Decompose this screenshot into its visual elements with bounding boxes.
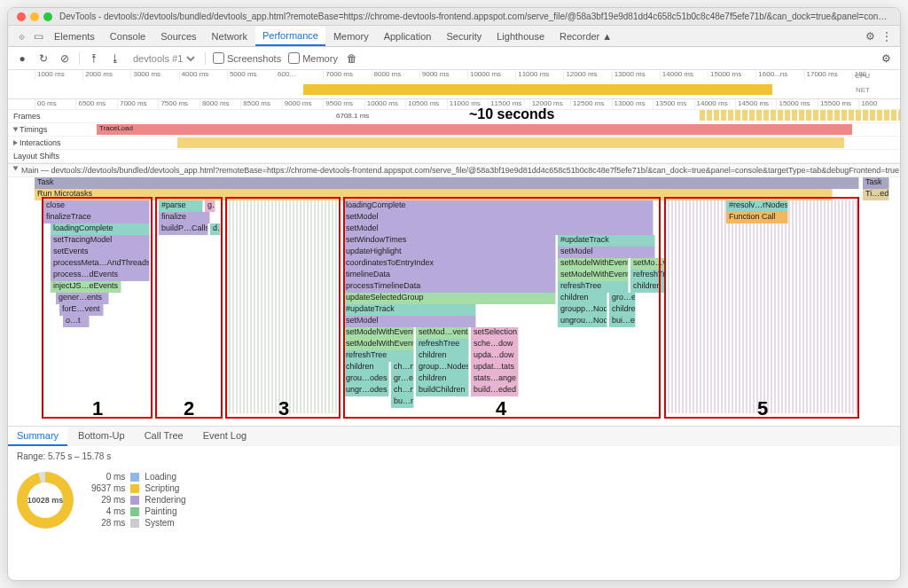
swatch-rendering (130, 496, 139, 505)
region-3 (225, 197, 340, 419)
tab-summary[interactable]: Summary (8, 427, 67, 446)
tab-event-log[interactable]: Event Log (194, 427, 256, 446)
tab-bottom-up[interactable]: Bottom-Up (69, 427, 134, 446)
region-num-3: 3 (278, 397, 289, 420)
tab-console[interactable]: Console (103, 27, 153, 45)
expand-icon[interactable] (13, 167, 19, 171)
cpu-label: CPU (855, 72, 870, 80)
tab-elements[interactable]: Elements (47, 27, 102, 45)
swatch-scripting (130, 484, 139, 493)
region-1 (42, 197, 153, 419)
region-2 (155, 197, 223, 419)
summary-donut: 10028 ms (17, 472, 74, 529)
tab-performance[interactable]: Performance (255, 27, 325, 46)
net-label: NET (856, 86, 870, 94)
region-num-1: 1 (92, 397, 103, 420)
window-title: DevTools - devtools://devtools/bundled/d… (59, 12, 891, 21)
memory-checkbox[interactable]: Memory (288, 52, 338, 64)
panel-tabs: ⟐ ▭ Elements Console Sources Network Per… (8, 26, 900, 47)
main-thread-header[interactable]: Main — devtools://devtools/bundled/devto… (8, 164, 900, 177)
maximize-window-icon[interactable] (43, 12, 52, 21)
region-5 (664, 197, 859, 419)
expand-icon[interactable] (13, 140, 18, 145)
region-num-4: 4 (496, 397, 506, 420)
task-bar[interactable]: Task (35, 177, 859, 189)
more-icon[interactable]: ⋮ (879, 30, 895, 43)
tab-recorder[interactable]: Recorder ▲ (552, 27, 619, 45)
trash-icon[interactable]: 🗑 (345, 52, 359, 65)
settings-icon[interactable]: ⚙ (862, 30, 878, 43)
perf-toolbar: ● ↻ ⊘ ⭱ ⭳ devtools #1 Screenshots Memory… (8, 47, 900, 70)
tab-lighthouse[interactable]: Lighthouse (489, 27, 552, 45)
region-num-5: 5 (757, 397, 768, 420)
region-num-2: 2 (184, 397, 194, 420)
task-bar-right[interactable]: Task (863, 177, 889, 189)
overview-ruler: 1000 ms2000 ms3000 ms4000 ms5000 ms600..… (8, 70, 900, 81)
tab-network[interactable]: Network (205, 27, 254, 45)
interaction-bar[interactable] (177, 137, 844, 148)
timeline-ruler: 00 ms6500 ms7000 ms7500 ms8000 ms8500 ms… (8, 99, 900, 110)
inspect-icon[interactable]: ⟐ (13, 30, 29, 43)
region-4 (343, 197, 661, 419)
clear-icon[interactable]: ⊘ (58, 52, 72, 65)
interactions-row[interactable]: Interactions (8, 137, 900, 150)
summary-panel: 10028 ms 0 msLoading 9637 msScripting 29… (8, 466, 900, 534)
instance-select[interactable]: devtools #1 (129, 52, 198, 65)
swatch-loading (130, 473, 139, 482)
screenshots-checkbox[interactable]: Screenshots (213, 52, 281, 64)
bottom-tabs: Summary Bottom-Up Call Tree Event Log (8, 426, 900, 446)
summary-range: Range: 5.75 s – 15.78 s (8, 446, 900, 466)
window-controls[interactable] (17, 12, 52, 21)
tab-security[interactable]: Security (439, 27, 489, 45)
tab-application[interactable]: Application (377, 27, 439, 45)
minimize-window-icon[interactable] (30, 12, 39, 21)
close-window-icon[interactable] (17, 12, 26, 21)
summary-legend: 0 msLoading 9637 msScripting 29 msRender… (91, 472, 186, 528)
expand-icon[interactable] (13, 128, 19, 132)
traceload-bar[interactable]: TraceLoad (97, 124, 852, 135)
upload-icon[interactable]: ⭱ (87, 52, 101, 65)
frames-row[interactable]: Frames (8, 110, 900, 123)
swatch-system (130, 519, 139, 528)
swatch-painting (130, 507, 139, 516)
devtools-window: DevTools - devtools://devtools/bundled/d… (7, 7, 901, 581)
record-icon[interactable]: ● (15, 52, 29, 65)
tab-sources[interactable]: Sources (153, 27, 203, 45)
device-icon[interactable]: ▭ (30, 30, 46, 43)
download-icon[interactable]: ⭳ (108, 52, 122, 65)
reload-icon[interactable]: ↻ (36, 52, 51, 65)
tab-call-tree[interactable]: Call Tree (136, 427, 192, 446)
layoutshifts-row[interactable]: Layout Shifts (8, 150, 900, 163)
tab-memory[interactable]: Memory (326, 27, 376, 45)
overview-strip[interactable]: 1000 ms2000 ms3000 ms4000 ms5000 ms600..… (8, 70, 900, 99)
flamegraph[interactable]: Task Run Microtasks Task Ti…ed Ru…ks clo… (8, 177, 900, 426)
timings-row[interactable]: Timings TraceLoad (8, 123, 900, 137)
timeline-body[interactable]: 00 ms6500 ms7000 ms7500 ms8000 ms8500 ms… (8, 99, 900, 164)
perf-settings-icon[interactable]: ⚙ (879, 52, 893, 65)
titlebar: DevTools - devtools://devtools/bundled/d… (8, 8, 900, 26)
